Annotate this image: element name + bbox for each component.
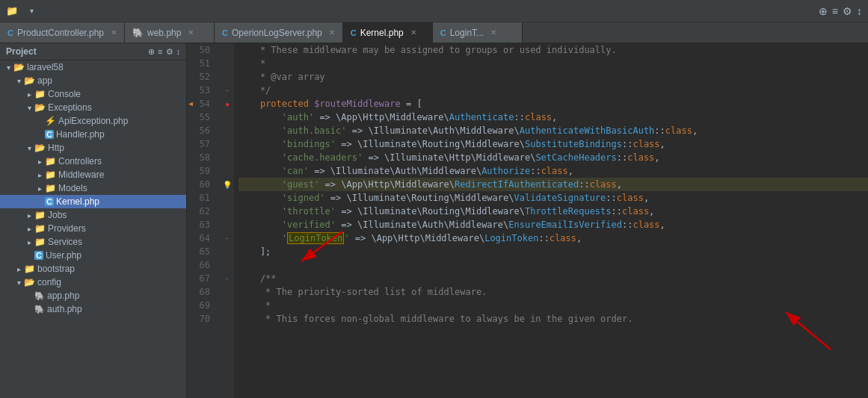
tree-label-controllers: Controllers [58, 156, 102, 167]
tree-item-auth-php[interactable]: 🐘auth.php [0, 302, 186, 316]
gutter-66 [221, 258, 234, 272]
gutter-55 [221, 111, 234, 124]
tree-item-config[interactable]: 📂config [0, 276, 186, 289]
gutter-67: − [221, 272, 234, 285]
sidebar-icon-4[interactable]: ↕ [176, 47, 181, 57]
file-icon-kernel: C [45, 197, 54, 206]
tree-item-middleware[interactable]: 📁Middleware [0, 168, 186, 181]
tree-label-apiexception: ApiException.php [58, 116, 128, 126]
tree-item-services[interactable]: 📁Services [0, 235, 186, 249]
line-num-64: 64 [187, 231, 215, 245]
tree-item-models[interactable]: 📁Models [0, 181, 186, 195]
tab-kernel[interactable]: CKernel.php✕ [343, 22, 433, 43]
tree-item-apiexception[interactable]: ⚡ApiException.php [0, 114, 186, 128]
top-icon-settings[interactable]: ⚙ [843, 5, 852, 17]
top-icon-expand[interactable]: ↕ [857, 5, 862, 17]
tab-product-close[interactable]: ✕ [111, 28, 117, 37]
tree-item-http[interactable]: 📂Http [0, 141, 186, 155]
tree-item-laravel58[interactable]: 📂laravel58 [0, 60, 186, 74]
code-line-54: protected $routeMiddleware = [ [238, 97, 868, 111]
tab-web-label: web.php [147, 28, 181, 38]
sidebar-icon-1[interactable]: ⊕ [148, 47, 155, 57]
tree-arrow-config [13, 279, 24, 287]
code-line-65: ]; [238, 245, 868, 258]
tree-label-config: config [37, 277, 61, 287]
code-lines[interactable]: * These middleware may be assigned to gr… [234, 43, 868, 398]
gutter-63 [221, 218, 234, 231]
sidebar: Project ⊕ ≡ ⚙ ↕ 📂laravel58📂app📁Console📂E… [0, 43, 187, 398]
file-icon-user: C [34, 251, 43, 260]
tree-label-auth-php: auth.php [47, 304, 82, 314]
file-icon-bolt-apiexception: ⚡ [45, 116, 56, 126]
editor: 5051525354555657585960616263646566676869… [187, 43, 868, 398]
tree-item-providers[interactable]: 📁Providers [0, 222, 186, 235]
code-line-51: * [238, 57, 868, 70]
fold-icon-67[interactable]: − [225, 275, 230, 283]
tree-label-services: Services [48, 237, 82, 247]
folder-icon-models: 📁 [45, 183, 56, 193]
tree-arrow-providers [24, 225, 34, 233]
tree-label-providers: Providers [48, 223, 86, 234]
tree-arrow-services [24, 238, 34, 246]
tab-web-close[interactable]: ✕ [188, 28, 194, 37]
line-num-51: 51 [187, 57, 215, 70]
top-bar-dropdown-arrow[interactable]: ▾ [30, 7, 34, 15]
gutter-68 [221, 285, 234, 299]
line-num-54: 54 [187, 97, 215, 111]
gutter-50 [221, 43, 234, 57]
tab-operion[interactable]: COperionLogServer.php✕ [215, 22, 343, 43]
folder-icon-controllers: 📁 [45, 156, 56, 167]
tree-item-console[interactable]: 📁Console [0, 87, 186, 101]
fold-icon-53[interactable]: − [225, 87, 230, 95]
gutter-61 [221, 191, 234, 205]
top-icon-sync[interactable]: ⊕ [819, 5, 828, 17]
fold-icon-64[interactable]: − [225, 234, 230, 243]
tab-kernel-close[interactable]: ✕ [410, 28, 416, 37]
folder-icon-app: 📂 [24, 75, 35, 86]
line-num-66: 66 [187, 258, 215, 272]
gutter-62 [221, 205, 234, 218]
tree-label-jobs: Jobs [48, 210, 67, 220]
tree-item-app[interactable]: 📂app [0, 74, 186, 87]
top-icon-menu[interactable]: ≡ [832, 5, 838, 17]
tree-item-user[interactable]: CUser.php [0, 249, 186, 262]
tab-operion-icon: C [222, 28, 228, 37]
tree-label-laravel58: laravel58 [27, 62, 64, 72]
tab-web-icon: 🐘 [132, 28, 144, 38]
gutter-64: − [221, 231, 234, 245]
code-line-52: * @var array [238, 70, 868, 84]
code-line-56: 'auth.basic' => \Illuminate\Auth\Middlew… [238, 124, 868, 137]
tree-label-bootstrap: bootstrap [37, 264, 75, 274]
code-line-66 [238, 258, 868, 272]
line-num-61: 61 [187, 191, 215, 205]
file-tree: 📂laravel58📂app📁Console📂Exceptions⚡ApiExc… [0, 60, 186, 316]
tree-item-kernel[interactable]: CKernel.php [0, 195, 186, 208]
tree-arrow-laravel58 [3, 63, 13, 72]
gutter: −●💡−− [221, 43, 234, 398]
tab-web[interactable]: 🐘web.php✕ [125, 22, 215, 43]
tree-item-app-php[interactable]: 🐘app.php [0, 289, 186, 302]
tab-operion-close[interactable]: ✕ [329, 28, 335, 37]
tab-product-icon: C [7, 28, 13, 37]
sidebar-icon-2[interactable]: ≡ [158, 47, 162, 57]
folder-icon-laravel58: 📂 [13, 62, 25, 72]
tree-item-controllers[interactable]: 📁Controllers [0, 155, 186, 168]
code-line-63: 'verified' => \Illuminate\Auth\Middlewar… [238, 218, 868, 231]
tree-item-exceptions[interactable]: 📂Exceptions [0, 101, 186, 114]
tab-product-label: ProductController.php [17, 28, 104, 38]
gutter-52 [221, 70, 234, 84]
tree-item-handler[interactable]: CHandler.php [0, 128, 186, 141]
tab-kernel-label: Kernel.php [360, 28, 404, 38]
tab-product[interactable]: CProductController.php✕ [0, 22, 125, 43]
tab-login-close[interactable]: ✕ [490, 28, 496, 37]
tab-login[interactable]: CLoginT...✕ [433, 22, 523, 43]
sidebar-icon-3[interactable]: ⚙ [166, 47, 173, 57]
line-num-67: 67 [187, 272, 215, 285]
folder-icon-middleware: 📁 [45, 170, 56, 180]
code-line-61: 'signed' => \Illuminate\Routing\Middlewa… [238, 191, 868, 205]
tree-label-kernel: Kernel.php [56, 196, 99, 207]
sidebar-title: Project [6, 46, 37, 57]
tree-item-bootstrap[interactable]: 📁bootstrap [0, 262, 186, 276]
tree-item-jobs[interactable]: 📁Jobs [0, 208, 186, 222]
gutter-54: ● [221, 97, 234, 111]
